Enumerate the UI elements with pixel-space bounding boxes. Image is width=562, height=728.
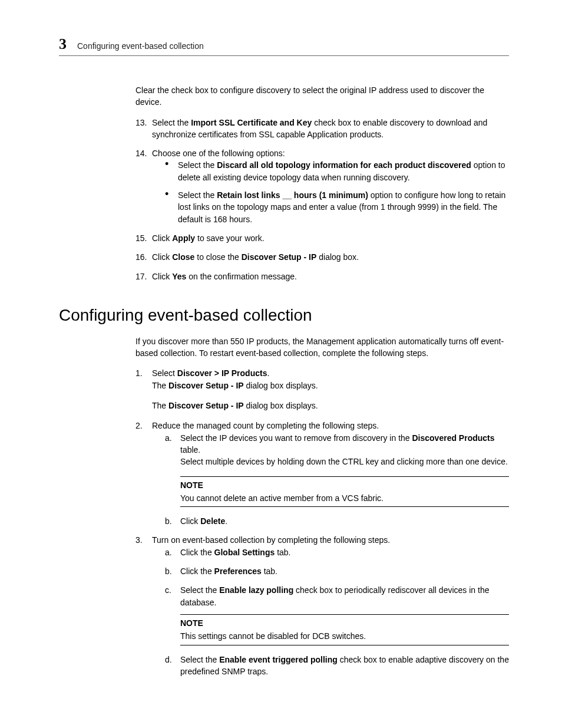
step-marker: 1.	[135, 367, 143, 379]
section-content: If you discover more than 550 IP product…	[135, 335, 509, 677]
text: Click	[152, 272, 172, 281]
bold-text: Discover > IP Products	[177, 368, 267, 378]
paragraph: Clear the check box to configure discove…	[135, 84, 509, 108]
bold-text: Enable event triggered polling	[219, 655, 338, 664]
note-box: NOTE You cannot delete an active member …	[180, 476, 509, 508]
step-14: 14. Choose one of the following options:…	[135, 147, 509, 225]
bold-text: Preferences	[214, 566, 262, 576]
intro-paragraph: If you discover more than 550 IP product…	[135, 335, 509, 360]
text: to close the	[194, 252, 241, 262]
content: Clear the check box to configure discove…	[135, 84, 509, 282]
ordered-list: 1. Select Discover > IP Products. The Di…	[135, 367, 509, 677]
note-text: You cannot delete an active member from …	[180, 493, 384, 503]
substep-marker: d.	[165, 654, 172, 666]
text: Choose one of the following options:	[152, 149, 285, 158]
alpha-list: a. Select the IP devices you want to rem…	[165, 432, 509, 528]
step-marker: 3.	[135, 534, 143, 546]
text: to save your work.	[195, 233, 265, 243]
text: Click the	[180, 548, 214, 557]
bold-text: Discard all old topology information for…	[217, 160, 471, 170]
text: Select the	[180, 585, 219, 595]
sub-paragraph: Select multiple devices by holding down …	[180, 456, 509, 467]
substep-a: a. Click the Global Settings tab.	[165, 546, 509, 558]
bullet-item: Select the Discard all old topology info…	[165, 159, 509, 183]
note-label: NOTE	[180, 617, 509, 629]
text: Select the IP devices you want to remove…	[180, 433, 412, 443]
text: dialog box displays.	[244, 381, 318, 390]
page: 3 Configuring event-based collection Cle…	[0, 0, 562, 708]
text: tab.	[262, 566, 277, 576]
step-marker: 16.	[135, 251, 147, 263]
text: Select the	[180, 655, 219, 664]
text: tab.	[275, 548, 290, 557]
chapter-number: 3	[59, 35, 67, 53]
step-marker: 14.	[135, 147, 147, 159]
substep-marker: a.	[165, 432, 172, 444]
substep-c: c. Select the Enable lazy polling check …	[165, 584, 509, 645]
step-1: 1. Select Discover > IP Products. The Di…	[135, 367, 509, 411]
sub-paragraph: The Discover Setup - IP dialog box displ…	[152, 380, 509, 391]
text: Click	[152, 252, 172, 262]
bold-text: Discovered Products	[412, 433, 494, 443]
substep-marker: b.	[165, 515, 172, 527]
section-heading: Configuring event-based collection	[59, 306, 509, 325]
text: .	[225, 516, 227, 526]
bold-text: Enable lazy polling	[219, 585, 293, 595]
step-17: 17. Click Yes on the confirmation messag…	[135, 271, 509, 282]
bold-text: Import SSL Certificate and Key	[191, 118, 312, 127]
bold-text: Discover Setup - IP	[242, 252, 317, 262]
text: .	[267, 368, 269, 378]
step-marker: 2.	[135, 420, 143, 431]
text: Select	[152, 368, 177, 378]
sub-paragraph: The Discover Setup - IP dialog box displ…	[152, 400, 509, 411]
bold-text: Retain lost links __ hours (1 minimum)	[217, 190, 368, 200]
substep-d: d. Select the Enable event triggered pol…	[165, 654, 509, 678]
bullet-list: Select the Discard all old topology info…	[165, 159, 509, 225]
substep-marker: a.	[165, 546, 172, 558]
page-header: 3 Configuring event-based collection	[59, 35, 509, 56]
bold-text: Apply	[172, 233, 195, 243]
text: Select the	[178, 160, 217, 170]
substep-marker: c.	[165, 584, 171, 596]
substep-b: b. Click the Preferences tab.	[165, 565, 509, 577]
text: Select the	[152, 118, 191, 127]
text: dialog box displays.	[244, 401, 318, 410]
step-16: 16. Click Close to close the Discover Se…	[135, 251, 509, 263]
step-2: 2. Reduce the managed count by completin…	[135, 420, 509, 527]
bold-text: Discover Setup - IP	[168, 401, 244, 410]
bold-text: Close	[172, 252, 194, 262]
substep-b: b. Click Delete.	[165, 515, 509, 527]
bullet-item: Select the Retain lost links __ hours (1…	[165, 189, 509, 225]
text: dialog box.	[316, 252, 359, 262]
step-marker: 13.	[135, 117, 147, 129]
text: The	[152, 401, 168, 410]
chapter-title: Configuring event-based collection	[77, 41, 204, 51]
step-3: 3. Turn on event-based collection by com…	[135, 534, 509, 677]
text: The	[152, 381, 168, 390]
bold-text: Yes	[172, 272, 186, 281]
note-label: NOTE	[180, 479, 509, 491]
note-box: NOTE This settings cannot be disabled fo…	[180, 614, 509, 645]
bold-text: Delete	[200, 516, 225, 526]
alpha-list: a. Click the Global Settings tab. b. Cli…	[165, 546, 509, 677]
text: Reduce the managed count by completing t…	[152, 421, 379, 430]
bold-text: Global Settings	[214, 548, 275, 557]
step-marker: 15.	[135, 232, 147, 244]
note-text: This settings cannot be disabled for DCB…	[180, 631, 366, 641]
text: Click	[180, 516, 200, 526]
text: Click the	[180, 566, 214, 576]
text: Select the	[178, 190, 217, 200]
text: on the confirmation message.	[186, 272, 297, 281]
substep-a: a. Select the IP devices you want to rem…	[165, 432, 509, 507]
ordered-list: 13. Select the Import SSL Certificate an…	[135, 117, 509, 282]
text: Click	[152, 233, 172, 243]
step-marker: 17.	[135, 271, 147, 282]
step-15: 15. Click Apply to save your work.	[135, 232, 509, 244]
substep-marker: b.	[165, 565, 172, 577]
text: Turn on event-based collection by comple…	[152, 535, 390, 545]
bold-text: Discover Setup - IP	[168, 381, 244, 390]
step-13: 13. Select the Import SSL Certificate an…	[135, 117, 509, 141]
text: table.	[180, 445, 200, 454]
